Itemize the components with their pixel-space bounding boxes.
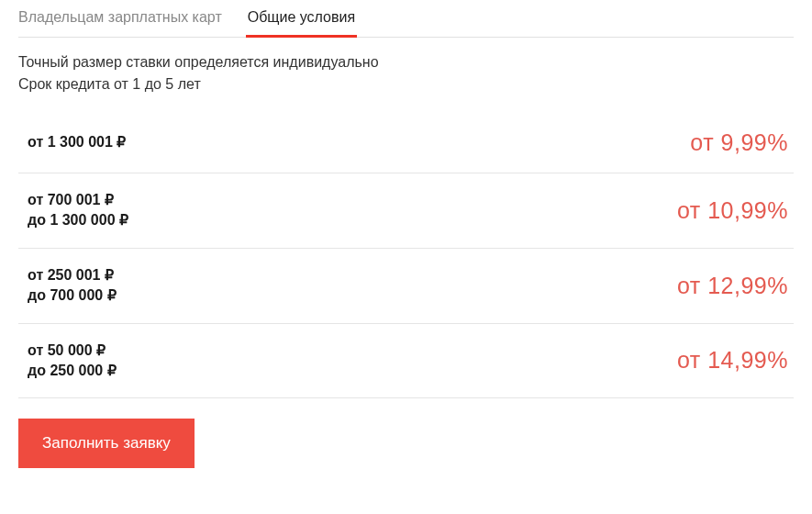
rate-value: от 12,99%: [677, 273, 788, 299]
rate-value: от 14,99%: [677, 347, 788, 374]
range-from: от 50 000 ₽: [28, 341, 117, 361]
range-from: от 1 300 001 ₽: [28, 132, 126, 152]
table-row: от 50 000 ₽ до 250 000 ₽ от 14,99%: [18, 324, 794, 399]
apply-button[interactable]: Заполнить заявку: [18, 419, 195, 468]
tab-general-conditions[interactable]: Общие условия: [248, 0, 355, 37]
amount-range: от 50 000 ₽ до 250 000 ₽: [28, 341, 117, 382]
intro-rate: Точный размер ставки определяется индиви…: [18, 54, 794, 71]
range-to: до 1 300 000 ₽: [28, 210, 128, 230]
tabs: Владельцам зарплатных карт Общие условия: [18, 0, 794, 38]
amount-range: от 700 001 ₽ до 1 300 000 ₽: [28, 190, 128, 231]
tab-salary-card-owners[interactable]: Владельцам зарплатных карт: [18, 0, 222, 37]
amount-range: от 250 001 ₽ до 700 000 ₽: [28, 265, 117, 307]
table-row: от 1 300 001 ₽ от 9,99%: [18, 113, 794, 173]
amount-range: от 1 300 001 ₽: [28, 132, 126, 152]
range-from: от 700 001 ₽: [28, 190, 128, 210]
intro-term: Срок кредита от 1 до 5 лет: [18, 76, 794, 93]
range-to: до 700 000 ₽: [28, 285, 117, 306]
range-from: от 250 001 ₽: [28, 265, 117, 285]
rate-table: от 1 300 001 ₽ от 9,99% от 700 001 ₽ до …: [18, 113, 794, 398]
table-row: от 700 001 ₽ до 1 300 000 ₽ от 10,99%: [18, 173, 794, 249]
rate-value: от 10,99%: [677, 197, 788, 224]
rate-value: от 9,99%: [690, 129, 788, 156]
table-row: от 250 001 ₽ до 700 000 ₽ от 12,99%: [18, 249, 794, 324]
range-to: до 250 000 ₽: [28, 361, 117, 381]
